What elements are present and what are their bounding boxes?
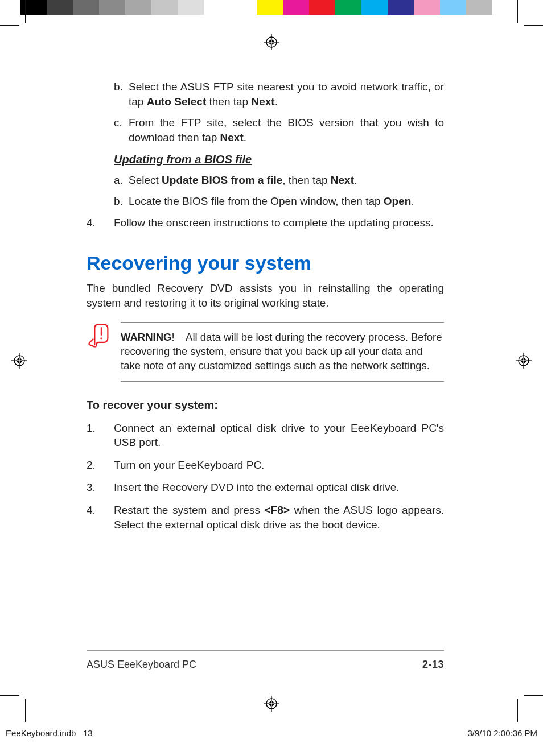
- list-item: 2. Turn on your EeeKeyboard PC.: [87, 458, 444, 473]
- list-body: Restart the system and press <F8> when t…: [114, 503, 444, 532]
- list-item: b. Select the ASUS FTP site nearest you …: [114, 80, 444, 109]
- registration-mark-icon: [264, 34, 279, 50]
- text: Restart the system and press: [114, 504, 265, 516]
- list-marker: c.: [114, 115, 129, 144]
- list-item: a. Select Update BIOS from a file, then …: [114, 173, 444, 188]
- list-body: Locate the BIOS file from the Open windo…: [129, 194, 444, 209]
- sub-heading: Updating from a BIOS file: [114, 152, 444, 167]
- crop-mark: [25, 0, 26, 23]
- crop-mark: [524, 695, 543, 696]
- list-body: Insert the Recovery DVD into the externa…: [114, 480, 444, 495]
- page-content: b. Select the ASUS FTP site nearest you …: [87, 80, 444, 671]
- warning-box: WARNING! All data will be lost during th…: [87, 322, 444, 382]
- registration-mark-icon: [516, 353, 532, 369]
- list-body: Connect an external optical disk drive t…: [114, 421, 444, 450]
- bold-text: Update BIOS from a file: [162, 174, 282, 186]
- warning-label: WARNING: [121, 331, 171, 343]
- printer-color-bar: [20, 0, 523, 15]
- list-item: 1. Connect an external optical disk driv…: [87, 421, 444, 450]
- list-item: c. From the FTP site, select the BIOS ve…: [114, 115, 444, 144]
- intro-paragraph: The bundled Recovery DVD assists you in …: [87, 281, 444, 310]
- list-body: From the FTP site, select the BIOS versi…: [129, 115, 444, 144]
- text: .: [354, 174, 357, 186]
- text: Select: [129, 174, 162, 186]
- bold-text: <F8>: [265, 504, 290, 516]
- bold-text: Auto Select: [147, 96, 207, 108]
- text: , then tap: [282, 174, 331, 186]
- print-slug: EeeKeyboard.indb 13 3/9/10 2:00:36 PM: [6, 728, 537, 739]
- page-number: 2-13: [422, 658, 444, 671]
- slug-timestamp: 3/9/10 2:00:36 PM: [467, 728, 537, 739]
- list-marker: b.: [114, 194, 129, 209]
- list-body: Select the ASUS FTP site nearest you to …: [129, 80, 444, 109]
- text: .: [244, 131, 246, 143]
- text: .: [411, 195, 414, 207]
- list-item: b. Locate the BIOS file from the Open wi…: [114, 194, 444, 209]
- list-marker: b.: [114, 80, 129, 109]
- text: .: [275, 96, 278, 108]
- list-body: Select Update BIOS from a file, then tap…: [129, 173, 444, 188]
- text: !: [171, 331, 174, 343]
- crop-mark: [0, 695, 19, 696]
- list-body: Turn on your EeeKeyboard PC.: [114, 458, 444, 473]
- registration-mark-icon: [264, 696, 279, 712]
- list-marker: 1.: [87, 421, 114, 450]
- warning-icon: [87, 322, 121, 382]
- list-body: Follow the onscreen instructions to comp…: [114, 216, 444, 230]
- list-marker: a.: [114, 173, 129, 188]
- list-marker: 2.: [87, 458, 114, 473]
- bold-text: Next: [251, 96, 274, 108]
- list-item: 4. Follow the onscreen instructions to c…: [87, 216, 444, 230]
- crop-mark: [0, 25, 19, 26]
- sub-heading: To recover your system:: [87, 398, 444, 413]
- crop-mark: [517, 0, 518, 23]
- crop-mark: [524, 25, 543, 26]
- text: Locate the BIOS file from the Open windo…: [129, 195, 384, 207]
- crop-mark: [25, 699, 26, 722]
- slug-page: 13: [83, 728, 93, 738]
- page-footer: ASUS EeeKeyboard PC 2-13: [87, 650, 444, 671]
- list-item: 4. Restart the system and press <F8> whe…: [87, 503, 444, 532]
- text: then tap: [206, 96, 251, 108]
- bold-text: Next: [220, 131, 244, 143]
- list-marker: 4.: [87, 503, 114, 532]
- text: From the FTP site, select the BIOS versi…: [129, 117, 444, 143]
- slug-file: EeeKeyboard.indb: [6, 728, 76, 738]
- section-title: Recovering your system: [87, 250, 444, 276]
- list-marker: 4.: [87, 216, 114, 230]
- crop-mark: [517, 699, 518, 722]
- slug-left: EeeKeyboard.indb 13: [6, 728, 93, 739]
- svg-point-25: [100, 337, 102, 339]
- bold-text: Next: [331, 174, 354, 186]
- registration-mark-icon: [11, 353, 27, 369]
- bold-text: Open: [384, 195, 412, 207]
- list-marker: 3.: [87, 480, 114, 495]
- footer-product: ASUS EeeKeyboard PC: [87, 658, 196, 671]
- list-item: 3. Insert the Recovery DVD into the exte…: [87, 480, 444, 495]
- warning-text: WARNING! All data will be lost during th…: [121, 322, 444, 382]
